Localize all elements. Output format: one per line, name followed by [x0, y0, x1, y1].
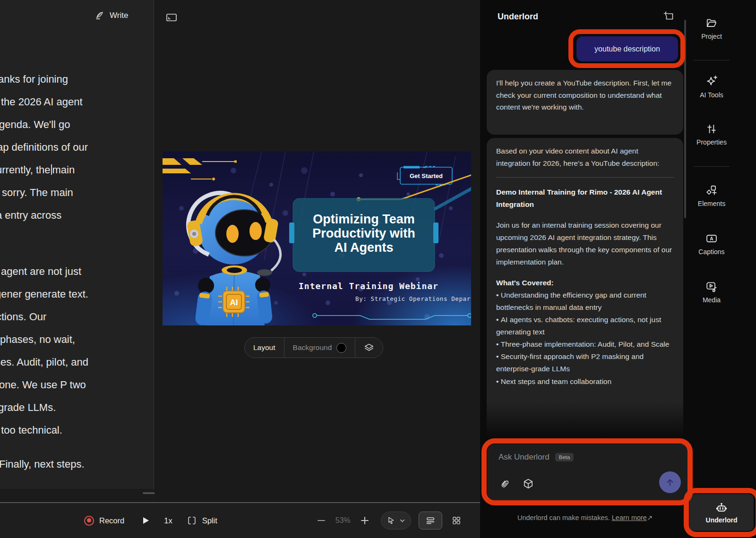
- bullet-item: Three-phase implementation: Audit, Pilot…: [496, 338, 674, 350]
- transcript-line[interactable]: Finally, next steps.: [0, 458, 85, 470]
- transcript-line[interactable]: ctions. Our: [0, 311, 46, 323]
- layout-button[interactable]: Layout: [245, 338, 284, 358]
- split-icon: [187, 515, 197, 526]
- playback-speed-button[interactable]: 1x: [164, 516, 172, 525]
- quill-icon: [94, 10, 105, 21]
- sidebar-label: AI Tools: [700, 91, 723, 99]
- transcript-line[interactable]: sorry. The main: [2, 187, 73, 199]
- layers-icon: [364, 342, 374, 353]
- transcript-line[interactable]: grade LLMs.: [0, 401, 56, 414]
- layers-button[interactable]: [355, 338, 383, 358]
- sidebar-label: Captions: [698, 248, 724, 256]
- sidebar-item-properties[interactable]: Properties: [690, 123, 733, 146]
- assistant-message: I'll help you create a YouTube descripti…: [487, 70, 683, 135]
- ask-underlord-input[interactable]: Ask Underlord Beta: [488, 444, 692, 500]
- layout-label: Layout: [253, 343, 275, 352]
- transcript-line[interactable]: phases, no wait,: [0, 333, 75, 346]
- slide-byline: By: Strategic Operations Department: [355, 295, 471, 302]
- new-chat-button[interactable]: [663, 11, 675, 22]
- video-description: Join us for an internal training session…: [496, 219, 674, 268]
- beta-badge: Beta: [555, 453, 574, 461]
- slide-title-1: Optimizing Team: [313, 212, 415, 226]
- transcript-line[interactable]: ses. Audit, pilot, and: [0, 356, 88, 368]
- sidebar-label: Project: [701, 33, 722, 40]
- sidebar-item-underlord[interactable]: Underlord: [689, 494, 754, 531]
- transcript-line[interactable]: t too technical.: [0, 424, 62, 436]
- sidebar-item-captions[interactable]: A Captions: [690, 232, 733, 256]
- sidebar-label: Elements: [698, 200, 725, 207]
- script-view-icon: [425, 515, 436, 526]
- transcript-line[interactable]: a entry across: [0, 209, 61, 222]
- sidebar-item-media[interactable]: Media: [690, 281, 733, 304]
- write-button[interactable]: Write: [94, 10, 128, 21]
- user-message-text: youtube description: [594, 45, 660, 53]
- bullet-item: Next steps and team collaboration: [496, 376, 674, 388]
- board-view-toggle[interactable]: [446, 512, 467, 529]
- transcript-text: urrently, the: [0, 164, 51, 176]
- transcript-line[interactable]: one. We use P two: [0, 379, 86, 391]
- play-button[interactable]: [141, 516, 150, 525]
- fit-frame-button[interactable]: [166, 12, 177, 23]
- video-title: Demo Internal Training for Rimo - 2026 A…: [496, 186, 674, 211]
- attach-button[interactable]: [499, 478, 510, 489]
- script-view-toggle[interactable]: [419, 512, 442, 529]
- video-preview[interactable]: Get Started Optimizing Team Productivity…: [163, 152, 471, 325]
- cursor-icon: [387, 516, 396, 525]
- scroll-fade: [480, 402, 690, 443]
- record-icon: [84, 516, 94, 526]
- playback-toolbar: Record 1x Split 53%: [0, 502, 480, 538]
- transcript-line[interactable]: the 2026 AI agent: [1, 96, 83, 108]
- disclaimer: Underlord can make mistakes. Learn more↗: [480, 514, 690, 521]
- split-label: Split: [202, 516, 217, 525]
- slide-title-3: AI Agents: [334, 240, 393, 255]
- sidebar-item-elements[interactable]: Elements: [690, 184, 733, 207]
- pointer-tool-dropdown[interactable]: [381, 512, 411, 529]
- record-label: Record: [99, 516, 124, 525]
- send-button[interactable]: [659, 471, 681, 493]
- slide-title-2: Productivity with: [312, 226, 415, 240]
- background-label: Background: [293, 343, 332, 352]
- record-button[interactable]: Record: [84, 516, 124, 526]
- message-intro: Based on your video content about AI age…: [496, 145, 674, 170]
- chevron-down-icon: [400, 518, 405, 523]
- sidebar-item-ai-tools[interactable]: AI Tools: [690, 75, 733, 99]
- paperclip-icon: [499, 478, 510, 489]
- right-sidebar: Project AI Tools Properties Elem: [690, 0, 756, 538]
- media-icon: [705, 281, 718, 293]
- split-button[interactable]: Split: [187, 515, 217, 526]
- learn-more-link[interactable]: Learn more: [612, 514, 647, 521]
- get-started-label: Get Started: [410, 172, 443, 179]
- bullet-item: AI agents vs. chatbots: executing action…: [496, 314, 674, 338]
- chat-scrollbar[interactable]: [684, 20, 686, 218]
- transcript-line[interactable]: genda. We'll go: [0, 119, 70, 131]
- user-message-pill[interactable]: youtube description: [576, 36, 678, 61]
- editor-region: Write anks for joining the 2026 AI agent…: [0, 0, 480, 538]
- caption-box-icon: A: [705, 232, 718, 245]
- arrow-up-icon: [665, 477, 675, 487]
- background-button[interactable]: Background: [284, 338, 355, 358]
- zoom-in-button[interactable]: [360, 516, 369, 525]
- new-chat-icon: [663, 11, 675, 22]
- sparkle-icon: [705, 75, 718, 88]
- sidebar-item-project[interactable]: Project: [690, 17, 733, 40]
- sidebar-label: Properties: [696, 138, 727, 146]
- transcript-line[interactable]: agent are not just: [1, 265, 81, 278]
- slide-subtitle: Internal Training Webinar: [299, 281, 438, 291]
- underlord-panel: Underlord youtube description I'll help …: [480, 0, 690, 538]
- transcript-line[interactable]: gener generate text.: [0, 288, 88, 300]
- play-icon: [141, 516, 150, 525]
- bullet-item: Understanding the efficiency gap and cur…: [496, 289, 674, 314]
- background-color-swatch[interactable]: [336, 343, 346, 353]
- input-placeholder: Ask Underlord: [498, 453, 550, 462]
- transcript-line[interactable]: anks for joining: [0, 73, 68, 85]
- divider: [694, 166, 730, 167]
- transcript-panel[interactable]: Write anks for joining the 2026 AI agent…: [0, 0, 154, 489]
- grid-view-icon: [452, 516, 461, 525]
- assistant-message: Based on your video content about AI age…: [487, 138, 683, 443]
- zoom-out-button[interactable]: [317, 516, 326, 525]
- zoom-level: 53%: [335, 516, 351, 525]
- panel-title: Underlord: [498, 12, 538, 22]
- context-button[interactable]: [523, 478, 534, 489]
- transcript-line[interactable]: ap definitions of our: [0, 141, 88, 154]
- transcript-line-with-cursor[interactable]: urrently, themain: [0, 164, 75, 176]
